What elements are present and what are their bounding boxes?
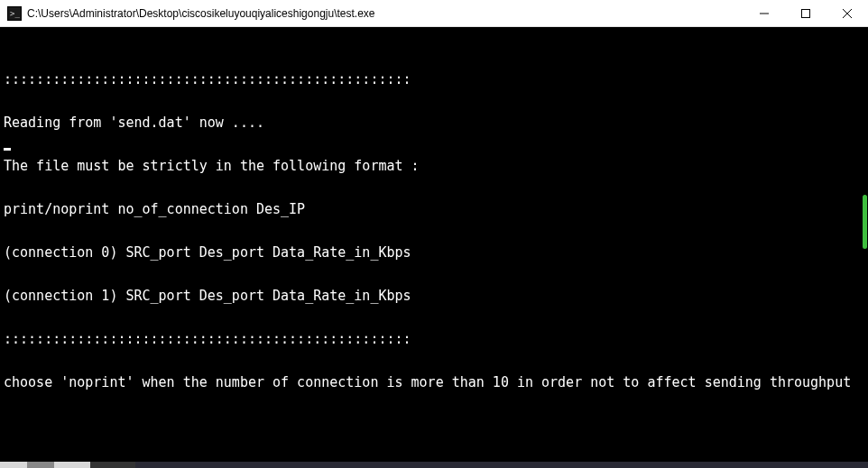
minimize-button[interactable] <box>743 0 785 26</box>
maximize-button[interactable] <box>785 0 826 26</box>
console-line: Reading from 'send.dat' now .... <box>4 115 864 130</box>
console-line: (connection 1) SRC_port Des_port Data_Ra… <box>4 289 864 303</box>
svg-text:>_: >_ <box>10 9 20 18</box>
console-output[interactable]: ::::::::::::::::::::::::::::::::::::::::… <box>0 27 868 462</box>
console-line: (connection 0) SRC_port Des_port Data_Ra… <box>4 245 864 260</box>
maximize-icon <box>801 9 810 18</box>
text-cursor <box>4 148 11 151</box>
window-controls <box>743 0 868 26</box>
console-line: print/noprint no_of_connection Des_IP <box>4 202 864 216</box>
app-icon: >_ <box>7 6 22 21</box>
close-button[interactable] <box>826 0 868 26</box>
console-line: choose 'noprint' when the number of conn… <box>4 375 864 390</box>
minimize-icon <box>760 9 769 18</box>
titlebar[interactable]: >_ C:\Users\Administrator\Desktop\ciscos… <box>0 0 868 27</box>
console-line: The file must be strictly in the followi… <box>4 159 864 173</box>
console-line: ::::::::::::::::::::::::::::::::::::::::… <box>4 332 864 346</box>
window-title: C:\Users\Administrator\Desktop\ciscosike… <box>27 7 743 20</box>
taskbar-fragment <box>0 462 868 468</box>
svg-rect-4 <box>802 9 810 17</box>
console-window: >_ C:\Users\Administrator\Desktop\ciscos… <box>0 0 868 462</box>
close-icon <box>843 9 852 18</box>
console-line: ::::::::::::::::::::::::::::::::::::::::… <box>4 72 864 87</box>
